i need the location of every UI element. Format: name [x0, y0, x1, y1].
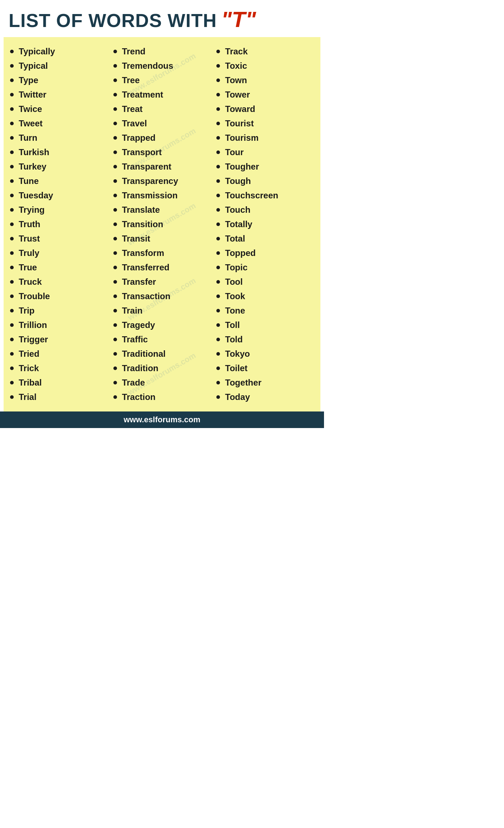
word-label: Traction	[122, 392, 156, 402]
list-item: Tremendous	[113, 59, 211, 73]
bullet-icon	[113, 194, 117, 197]
bullet-icon	[10, 78, 14, 82]
bullet-icon	[216, 179, 220, 183]
word-label: Train	[122, 306, 143, 316]
list-item: Touchscreen	[216, 188, 314, 203]
list-item: Tweet	[10, 116, 108, 131]
word-label: True	[19, 262, 37, 273]
word-label: Trouble	[19, 291, 50, 301]
column-2: TrendTremendousTreeTreatmentTreatTravelT…	[111, 44, 214, 404]
list-item: Trade	[113, 375, 211, 390]
word-label: Trust	[19, 234, 40, 244]
bullet-icon	[216, 136, 220, 140]
list-item: Trigger	[10, 332, 108, 347]
list-item: Tower	[216, 87, 314, 102]
word-label: Trial	[19, 392, 36, 402]
list-item: Tuesday	[10, 188, 108, 203]
word-label: Total	[225, 234, 245, 244]
word-label: Toilet	[225, 363, 247, 373]
word-label: Touchscreen	[225, 190, 278, 201]
word-label: Tweet	[19, 118, 42, 129]
list-item: Transferred	[113, 260, 211, 275]
list-item: Truth	[10, 217, 108, 231]
list-item: Tribal	[10, 375, 108, 390]
word-label: Tool	[225, 277, 243, 287]
list-item: Traction	[113, 390, 211, 404]
list-item: Turkish	[10, 145, 108, 159]
bullet-icon	[10, 266, 14, 269]
word-label: Today	[225, 392, 250, 402]
list-item: Translate	[113, 203, 211, 217]
word-label: Tough	[225, 176, 251, 186]
bullet-icon	[216, 208, 220, 212]
word-label: Tragedy	[122, 320, 155, 330]
list-item: Toward	[216, 102, 314, 116]
list-item: Twice	[10, 102, 108, 116]
list-item: Trick	[10, 361, 108, 375]
list-item: Typical	[10, 59, 108, 73]
word-label: Treatment	[122, 90, 163, 100]
bullet-icon	[10, 107, 14, 111]
list-item: Touch	[216, 203, 314, 217]
word-label: Topped	[225, 248, 256, 258]
list-item: Took	[216, 289, 314, 303]
word-label: Tree	[122, 75, 140, 85]
word-label: Twitter	[19, 90, 46, 100]
bullet-icon	[10, 381, 14, 384]
word-label: Traffic	[122, 334, 148, 345]
list-item: Trial	[10, 390, 108, 404]
list-item: Together	[216, 375, 314, 390]
bullet-icon	[113, 395, 117, 399]
list-item: Tragedy	[113, 318, 211, 332]
word-label: Tour	[225, 147, 244, 157]
word-label: Treat	[122, 104, 143, 114]
list-item: Topic	[216, 260, 314, 275]
list-item: Tool	[216, 275, 314, 289]
bullet-icon	[113, 237, 117, 240]
list-item: Trying	[10, 203, 108, 217]
word-label: Tune	[19, 176, 39, 186]
word-label: Transform	[122, 248, 164, 258]
bullet-icon	[216, 395, 220, 399]
bullet-icon	[10, 122, 14, 125]
bullet-icon	[216, 237, 220, 240]
bullet-icon	[10, 251, 14, 255]
word-label: Type	[19, 75, 38, 85]
word-label: Transmission	[122, 190, 178, 201]
word-label: Tremendous	[122, 61, 174, 71]
bullet-icon	[113, 64, 117, 68]
list-item: Transport	[113, 145, 211, 159]
bullet-icon	[10, 194, 14, 197]
list-item: Traffic	[113, 332, 211, 347]
bullet-icon	[113, 280, 117, 284]
bullet-icon	[216, 93, 220, 96]
word-label: Took	[225, 291, 245, 301]
word-label: Typical	[19, 61, 48, 71]
list-item: Tune	[10, 174, 108, 188]
list-item: Traditional	[113, 347, 211, 361]
word-label: Trying	[19, 205, 45, 215]
bullet-icon	[216, 294, 220, 298]
list-item: Transaction	[113, 289, 211, 303]
list-item: Transparency	[113, 174, 211, 188]
bullet-icon	[10, 352, 14, 356]
word-label: Transaction	[122, 291, 171, 301]
list-item: Truck	[10, 275, 108, 289]
bullet-icon	[216, 366, 220, 370]
word-label: Tougher	[225, 162, 259, 172]
list-item: Travel	[113, 116, 211, 131]
list-item: Totally	[216, 217, 314, 231]
word-label: Typically	[19, 46, 55, 57]
bullet-icon	[10, 395, 14, 399]
word-label: Tourist	[225, 118, 254, 129]
bullet-icon	[113, 122, 117, 125]
list-item: Tour	[216, 145, 314, 159]
bullet-icon	[216, 78, 220, 82]
list-item: Topped	[216, 246, 314, 260]
word-label: Tourism	[225, 133, 258, 143]
word-label: Trick	[19, 363, 39, 373]
list-item: Today	[216, 390, 314, 404]
bullet-icon	[113, 78, 117, 82]
word-label: Tribal	[19, 378, 42, 388]
bullet-icon	[10, 208, 14, 212]
